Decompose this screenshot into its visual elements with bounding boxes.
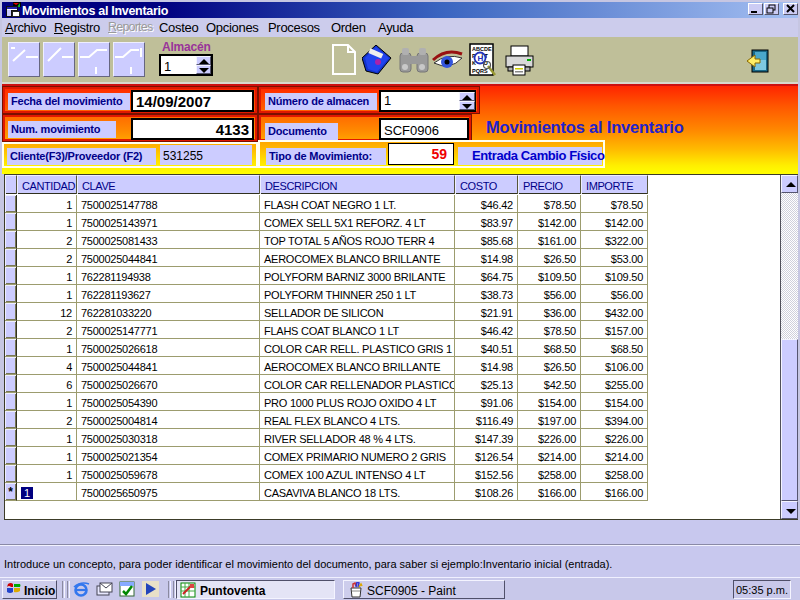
svg-text:ABCDE: ABCDE [472,46,492,52]
svg-text:PQRS: PQRS [472,68,488,74]
svg-text:H: H [478,54,484,63]
